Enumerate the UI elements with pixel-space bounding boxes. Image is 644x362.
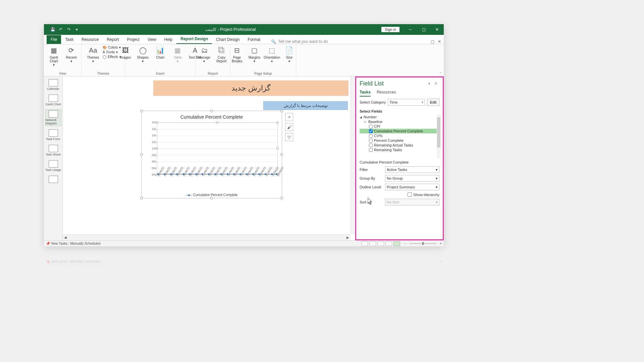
redo-icon[interactable]: ↷ [66, 27, 71, 32]
margins-button[interactable]: ▢Margins▾ [247, 46, 262, 63]
sidebar-task-usage[interactable]: Task Usage [45, 160, 61, 172]
view-sidebar: Calendar Gantt Chart Network Diagram Tas… [44, 76, 63, 240]
close-button[interactable]: ✕ [430, 24, 444, 35]
tab-help[interactable]: Help [160, 35, 177, 44]
scroll-left-icon[interactable]: ◀ [63, 236, 68, 239]
themes-button[interactable]: Aa Themes▾ [85, 46, 101, 63]
chart-legend[interactable]: Cumulative Percent Complete [142, 193, 282, 197]
ribbon-close-button[interactable]: ✕ [438, 39, 441, 44]
outline-level-dropdown[interactable]: Project Summary▾ [385, 184, 439, 190]
chart-title[interactable]: Cumulative Percent Complete [142, 114, 282, 120]
tab-project[interactable]: Project [123, 35, 143, 44]
scroll-right-icon[interactable]: ▶ [345, 236, 351, 239]
manage-button[interactable]: 🗂Manage▾ [197, 46, 212, 63]
zoom-slider[interactable] [410, 243, 436, 244]
tree-group-baseline[interactable]: ▷Baseline [360, 119, 441, 124]
report-title-box[interactable]: گزارش جدید [153, 80, 348, 96]
chart-styles-icon[interactable]: 🖌 [285, 123, 293, 131]
zoom-in-icon[interactable]: + [440, 242, 442, 245]
sortby-label: Sort By [360, 200, 383, 204]
gantt-chart-icon: ▦ [49, 46, 59, 55]
tab-view[interactable]: View [144, 35, 160, 44]
view-btn-4[interactable] [385, 241, 392, 246]
sidebar-task-form[interactable]: Task Form [45, 129, 61, 141]
page-breaks-button[interactable]: ⊟Page Breaks [229, 46, 245, 63]
window-title: کابینت - Project Professional [79, 27, 381, 32]
tab-format[interactable]: Format [244, 35, 264, 44]
tell-me-search[interactable]: 🔍 Tell me what you want to do [271, 39, 328, 44]
chart-object[interactable]: ＋ 🖌 ▽ Cumulative Percent Complete 1% 1% … [141, 111, 282, 198]
search-icon: 🔍 [271, 39, 276, 44]
shapes-button[interactable]: ◯Shapes▾ [135, 46, 151, 63]
select-category-dropdown[interactable]: Time▾ [388, 99, 425, 106]
recent-button[interactable]: ⟳ Recent▾ [64, 46, 79, 63]
pane-options-icon[interactable]: ▾ [426, 81, 432, 86]
tree-group-number[interactable]: ◢Number [360, 115, 441, 119]
tab-file[interactable]: File [47, 35, 61, 44]
tree-item-cumulative-percent-complete[interactable]: Cumulative Percent Complete [360, 129, 441, 133]
tab-report[interactable]: Report [103, 35, 123, 44]
chart-filter-icon[interactable]: ▽ [285, 133, 293, 141]
titlebar: 💾 ↶ ↷ ▾ کابینت - Project Professional Si… [44, 24, 444, 35]
tree-scrollbar[interactable] [437, 115, 441, 158]
margins-icon: ▢ [250, 46, 259, 55]
fieldlist-tab-tasks[interactable]: Tasks [360, 90, 371, 97]
show-hierarchy-checkbox[interactable] [408, 192, 412, 197]
sidebar-network-diagram[interactable]: Network Diagram [45, 109, 61, 126]
signin-button[interactable]: Sign in [381, 27, 399, 32]
copy-report-button[interactable]: ⿻Copy Report [214, 46, 229, 63]
status-new-tasks[interactable]: New Tasks : Manually Scheduled [51, 242, 101, 245]
calendar-icon [49, 79, 58, 86]
sidebar-task-sheet[interactable]: Task Sheet [45, 144, 61, 157]
save-icon[interactable]: 💾 [50, 27, 55, 32]
sidebar-gantt-chart[interactable]: Gantt Chart [45, 94, 61, 107]
table-button[interactable]: ▦Table▾ [170, 46, 185, 63]
tab-report-design[interactable]: Report Design [176, 35, 212, 44]
chart-elements-icon[interactable]: ＋ [285, 113, 293, 121]
chart-button[interactable]: 📊Chart [153, 46, 168, 59]
report-subtitle-box[interactable]: توضیحات مرتبط با گزارش [263, 101, 348, 110]
tab-chart-design[interactable]: Chart Design [212, 35, 244, 44]
tree-item-remaining-tasks[interactable]: Remaining Tasks [360, 147, 441, 152]
shapes-icon: ◯ [138, 46, 148, 55]
field-tree[interactable]: ◢Number ▷Baseline CPI Cumulative Percent… [360, 115, 441, 158]
reflection-decor: 📌New Tasks : Manually Scheduled −+ [44, 248, 444, 265]
pane-close-icon[interactable]: ✕ [432, 81, 439, 86]
tree-item-percent-complete[interactable]: Percent Complete [360, 138, 441, 143]
zoom-out-icon[interactable]: − [404, 242, 406, 245]
outline-level-label: Outline Level [360, 185, 383, 189]
view-btn-3[interactable] [377, 241, 384, 246]
size-button[interactable]: 📄Size▾ [282, 46, 297, 63]
gantt-chart-button[interactable]: ▦ Gantt Chart▾ [46, 46, 62, 67]
minimize-button[interactable]: ─ [404, 24, 417, 35]
fieldlist-tab-resources[interactable]: Resources [377, 90, 396, 97]
manage-icon: 🗂 [200, 46, 209, 55]
tree-item-cpi[interactable]: CPI [360, 124, 441, 129]
edit-button[interactable]: Edit [427, 99, 439, 106]
groupby-dropdown[interactable]: No Group▾ [385, 175, 439, 182]
qat-more-icon[interactable]: ▾ [74, 27, 79, 32]
sidebar-calendar[interactable]: Calendar [45, 78, 61, 91]
task-usage-icon [49, 160, 58, 168]
tab-resource[interactable]: Resource [77, 35, 103, 44]
orientation-button[interactable]: ⬚Orientation▾ [264, 46, 280, 63]
view-btn-1[interactable] [361, 241, 368, 246]
ribbon-display-button[interactable]: ▢ [431, 39, 434, 44]
tree-item-remaining-actual-tasks[interactable]: Remaining Actual Tasks [360, 143, 441, 147]
undo-icon[interactable]: ↶ [58, 27, 63, 32]
view-btn-2[interactable] [369, 241, 376, 246]
tree-item-cv-percent[interactable]: CV% [360, 133, 441, 138]
maximize-button[interactable]: ▢ [417, 24, 430, 35]
tab-task[interactable]: Task [61, 35, 77, 44]
sidebar-more[interactable] [45, 175, 61, 184]
canvas-h-scrollbar[interactable]: ◀ ▶ [63, 234, 351, 240]
report-canvas[interactable]: گزارش جدید توضیحات مرتبط با گزارش ＋ 🖌 ▽ … [63, 76, 355, 240]
canvas-v-scrollbar[interactable] [351, 76, 355, 234]
size-icon: 📄 [285, 46, 294, 55]
pin-icon[interactable]: 📌 [46, 242, 50, 245]
legend-swatch [186, 195, 192, 195]
view-btn-5[interactable] [393, 241, 400, 246]
images-button[interactable]: 🖼Images [118, 46, 133, 59]
filter-dropdown[interactable]: Active Tasks▾ [385, 166, 439, 173]
collapse-ribbon-icon[interactable]: ⌃ [439, 72, 442, 75]
